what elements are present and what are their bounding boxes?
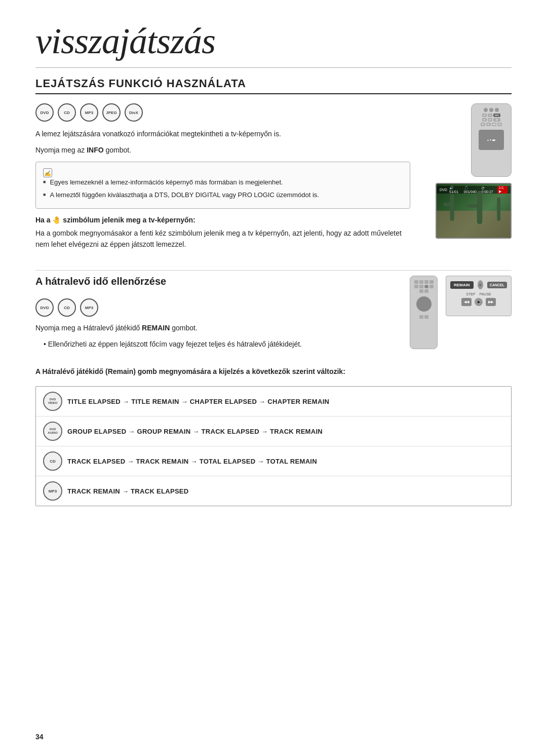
svg-rect-1 <box>450 194 454 221</box>
disc-icons-row-2: DVD CD MP3 <box>35 298 400 317</box>
section-header: LEJÁTSZÁS FUNKCIÓ HASZNÁLATA <box>35 77 512 94</box>
rd-btn-12: RO <box>497 123 502 126</box>
subsection-hatralevo: A hátralevő idő ellenőrzése DVD CD MP3 N… <box>35 270 512 355</box>
flow-text-cd: TRACK ELAPSED → TRACK REMAIN → TOTAL ELA… <box>67 458 504 465</box>
disc-icon-jpeg: JPEG <box>102 103 121 122</box>
hatralevo-header: A hátralevő idő ellenőrzése <box>35 276 166 287</box>
rsbtn-5 <box>414 285 418 288</box>
flow-row-dvd-audio: DVDAUDIO GROUP ELAPSED → GROUP REMAIN → … <box>36 417 511 446</box>
rsbtn-8 <box>429 285 434 288</box>
rd-btn-3 <box>495 108 499 112</box>
rd-btn-8: SO <box>493 118 500 122</box>
pause-label: PAUSE <box>480 292 491 296</box>
rsbtn-10 <box>424 289 428 293</box>
tv-screen-inner: DVD 🔊 S1/01 🎵 001/040 ⏱ 0:00:27 1/1 ▶ <box>437 184 511 238</box>
disc-icons-row-1: DVD CD MP3 JPEG DivX <box>35 103 410 122</box>
panel-next-btn: ▶▶ <box>486 298 496 306</box>
flow-row-cd: CD TRACK ELAPSED → TRACK REMAIN → TOTAL … <box>36 446 511 476</box>
rd-btn-9: ZO <box>481 123 485 126</box>
rsbtn-nav <box>416 296 432 312</box>
rd-btn-11: DIM <box>492 123 496 126</box>
remote-small-buttons <box>412 280 435 293</box>
disc-icon-dvd-2: DVD <box>35 298 54 317</box>
hatralevo-bullet1: • Ellenőrizheti az éppen lejátszott főcí… <box>35 339 400 350</box>
hatralevo-title-row: A hátralevő idő ellenőrzése <box>35 276 400 293</box>
hatralevo-images: REMAIN 0 CANCEL STEP PAUSE ◀◀ ▶ ▶▶ <box>410 276 512 349</box>
flow-text-mp3: TRACK REMAIN → TRACK ELAPSED <box>67 487 504 495</box>
subsection-lemez: DVD CD MP3 JPEG DivX A lemez lejátszásár… <box>35 103 512 255</box>
disc-icon-divx: DivX <box>125 103 143 122</box>
panel-play-btn: ▶ <box>475 298 483 306</box>
rd-btn-6: SL <box>482 118 487 122</box>
rd-btn-4: M <box>482 114 487 117</box>
kezszimbolum-paragraph: Ha a gombok megnyomásakor a fenti kéz sz… <box>35 228 410 250</box>
disc-icon-mp3: MP3 <box>80 103 98 122</box>
rsbtn-1 <box>414 280 418 284</box>
hatralevo-left: A hátralevő idő ellenőrzése DVD CD MP3 N… <box>35 276 400 355</box>
flow-row-mp3: MP3 TRACK REMAIN → TRACK ELAPSED <box>36 476 511 506</box>
svg-rect-4 <box>467 204 481 208</box>
rsbtn-7 <box>424 285 428 288</box>
disc-icon-mp3-2: MP3 <box>80 298 98 317</box>
rsbtn-12 <box>424 315 428 319</box>
info-note: ✍ Egyes lemezeknél a lemez-információs k… <box>35 162 410 209</box>
rd-btn-1 <box>484 108 488 112</box>
flow-table: DVDVIDEO TITLE ELAPSED → TITLE REMAIN → … <box>35 386 512 506</box>
flow-disc-mp3: MP3 <box>43 481 62 501</box>
cancel-button-label: CANCEL <box>487 282 507 288</box>
rsbtn-11 <box>419 315 423 319</box>
rd-btn-2 <box>489 108 493 112</box>
note-item-1: Egyes lemezeknél a lemez-információs kép… <box>43 177 403 187</box>
rsbtn-2 <box>419 280 423 284</box>
lemez-paragraph2: Nyomja meg az INFO gombot. <box>35 145 410 156</box>
panel-prev-btn: ◀◀ <box>461 298 472 306</box>
remain-panel-row2: ◀◀ ▶ ▶▶ <box>450 298 507 306</box>
flow-text-dvd-video: TITLE ELAPSED → TITLE REMAIN → CHAPTER E… <box>67 398 504 405</box>
flow-disc-dvd-video: DVDVIDEO <box>43 392 62 411</box>
hatralevo-header-row: A hátralevő idő ellenőrzése DVD CD MP3 N… <box>35 276 512 355</box>
disc-icon-dvd: DVD <box>35 103 54 122</box>
page-title: visszajátszás <box>35 20 512 68</box>
rd-btn-5: E <box>488 114 492 117</box>
subheading-kezszimbolum: Ha a 🤚 szimbólum jelenik meg a tv-képern… <box>35 216 410 224</box>
flow-heading: A Hátralévő játékidő (Remain) gomb megny… <box>35 366 512 377</box>
step-label: STEP <box>466 292 475 296</box>
page-number: 34 <box>35 733 44 741</box>
note-item-2: A lemeztől függően kiválaszthatja a DTS,… <box>43 190 403 200</box>
svg-rect-2 <box>443 203 454 206</box>
rsbtn-9 <box>419 289 423 293</box>
disc-icon-cd-2: CD <box>58 298 76 317</box>
remain-button-panel: REMAIN 0 CANCEL STEP PAUSE ◀◀ ▶ ▶▶ <box>446 276 512 316</box>
rsbtn-3 <box>424 280 428 284</box>
subsection-lemez-content: DVD CD MP3 JPEG DivX A lemez lejátszásár… <box>35 103 410 255</box>
lemez-paragraph1: A lemez lejátszására vonatkozó informáci… <box>35 129 410 140</box>
rsbtn-4 <box>429 280 434 284</box>
flow-disc-dvd-audio: DVDAUDIO <box>43 422 62 441</box>
remote-small-left <box>410 276 438 349</box>
rsbtn-bottom <box>419 315 428 319</box>
rsbtn-6 <box>419 285 423 288</box>
remain-panel-labels: STEP PAUSE <box>450 292 507 296</box>
subsection-lemez-images: M E INFO SL DV SO ZO SL DIM RO <box>420 103 512 255</box>
note-icon: ✍ <box>43 168 52 177</box>
remote-illustration-1: M E INFO SL DV SO ZO SL DIM RO <box>471 103 512 177</box>
rd-btn-10: SL <box>486 123 491 126</box>
hatralevo-para1: Nyomja meg a Hátralevő játékidő REMAIN g… <box>35 323 400 334</box>
flow-disc-cd: CD <box>43 451 62 471</box>
disc-icon-cd: CD <box>58 103 76 122</box>
rd-info-btn: INFO <box>493 114 500 117</box>
remain-panel-row1: REMAIN 0 CANCEL <box>450 280 507 289</box>
remain-button-label: REMAIN <box>450 281 474 289</box>
panel-circle-btn: 0 <box>478 280 483 289</box>
flow-text-dvd-audio: GROUP ELAPSED → GROUP REMAIN → TRACK ELA… <box>67 428 504 435</box>
flow-row-dvd-video: DVDVIDEO TITLE ELAPSED → TITLE REMAIN → … <box>36 387 511 417</box>
svg-rect-5 <box>497 198 500 221</box>
rd-btn-7: DV <box>488 118 492 122</box>
tv-screen-illustration: DVD 🔊 S1/01 🎵 001/040 ⏱ 0:00:27 1/1 ▶ <box>436 183 512 239</box>
